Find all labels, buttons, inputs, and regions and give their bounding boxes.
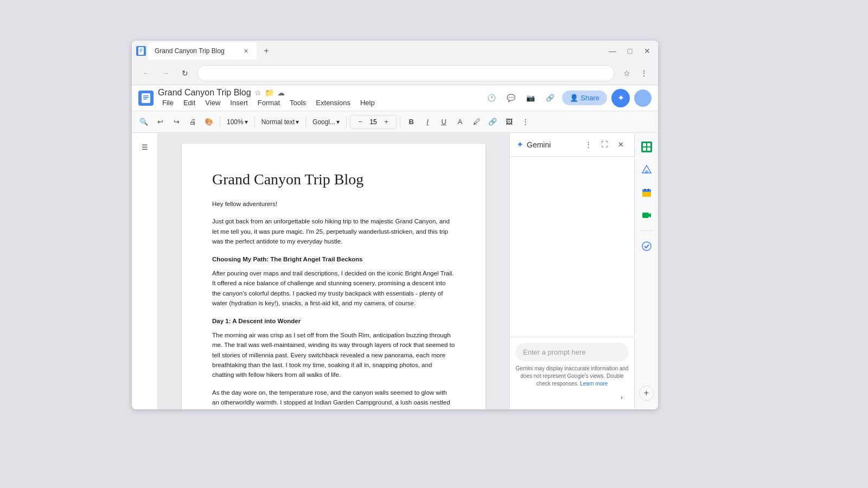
sheets-icon[interactable]: [637, 137, 656, 157]
font-dropdown[interactable]: Googl... ▾: [309, 114, 343, 130]
link-toolbar-button[interactable]: 🔗: [485, 114, 500, 130]
image-button[interactable]: 🖼: [501, 114, 516, 130]
undo-button[interactable]: ↩: [152, 114, 168, 130]
doc-body[interactable]: Hey fellow adventurers! Just got back fr…: [212, 199, 455, 409]
tasks-icon[interactable]: [637, 236, 656, 256]
history-icon[interactable]: 🕐: [484, 91, 499, 106]
list-view-button[interactable]: ☰: [137, 139, 152, 155]
menu-insert[interactable]: Insert: [226, 98, 252, 108]
meet-icon[interactable]: [637, 206, 656, 225]
star-icon[interactable]: ☆: [254, 88, 261, 97]
browser-nav: ← → ↻ ☆ ⋮: [132, 61, 658, 85]
search-toolbar-btn[interactable]: 🔍: [136, 114, 151, 130]
drive-icon[interactable]: [637, 160, 656, 179]
menu-edit[interactable]: Edit: [179, 98, 200, 108]
document-title[interactable]: Grand Canyon Trip Blog: [158, 88, 251, 98]
svg-rect-9: [643, 143, 646, 146]
close-button[interactable]: ✕: [641, 44, 654, 57]
font-size-value[interactable]: 15: [369, 118, 378, 126]
menu-view[interactable]: View: [201, 98, 225, 108]
style-dropdown[interactable]: Normal text ▾: [258, 114, 302, 130]
menu-file[interactable]: File: [158, 98, 178, 108]
link-icon[interactable]: 🔗: [542, 91, 558, 106]
tab-close-button[interactable]: ✕: [241, 47, 250, 55]
gemini-more-button[interactable]: ⋮: [581, 138, 595, 152]
comment-icon[interactable]: 💬: [503, 91, 519, 106]
forward-button[interactable]: →: [158, 66, 173, 81]
window-controls: — □ ✕: [606, 44, 654, 57]
back-button[interactable]: ←: [138, 66, 154, 81]
svg-rect-4: [142, 93, 150, 103]
heading-trail: Choosing My Path: The Bright Angel Trail…: [212, 254, 455, 264]
font-chevron: ▾: [336, 118, 340, 126]
toolbar-divider-4: [346, 117, 347, 127]
redo-button[interactable]: ↪: [169, 114, 184, 130]
minimize-button[interactable]: —: [606, 44, 619, 57]
paint-format-button[interactable]: 🎨: [201, 114, 216, 130]
share-button[interactable]: 👤 Share: [562, 91, 607, 105]
svg-rect-8: [641, 142, 652, 152]
highlight-button[interactable]: 🖊: [469, 114, 484, 130]
video-icon[interactable]: 📷: [523, 91, 538, 106]
docs-content: ☰ Grand Canyon Trip Blog Hey fellow adve…: [132, 133, 658, 409]
svg-rect-12: [647, 147, 650, 151]
svg-rect-10: [647, 143, 650, 146]
more-button[interactable]: ⋮: [636, 66, 652, 81]
gemini-title: Gemini: [527, 140, 578, 149]
docs-logo: [138, 91, 154, 106]
browser-tab[interactable]: Grand Canyon Trip Blog ✕: [148, 42, 257, 60]
menu-tools[interactable]: Tools: [285, 98, 310, 108]
print-button[interactable]: 🖨: [185, 114, 200, 130]
doc-title-heading: Grand Canyon Trip Blog: [212, 171, 455, 188]
svg-rect-1: [139, 49, 143, 49]
menu-help[interactable]: Help: [356, 98, 379, 108]
user-avatar[interactable]: [634, 89, 652, 107]
svg-rect-11: [643, 147, 646, 151]
para-greeting: Hey fellow adventurers!: [212, 199, 455, 209]
svg-rect-7: [143, 99, 147, 100]
para-intro: Just got back from an unforgettable solo…: [212, 216, 455, 246]
nav-actions: ☆ ⋮: [619, 66, 652, 81]
gemini-panel: ✦ Gemini ⋮ ⛶ ✕ Enter a prompt here Gemin…: [509, 133, 634, 409]
docs-favicon: [136, 46, 146, 56]
docs-title-area: Grand Canyon Trip Blog ☆ 📁 ☁ File Edit V…: [158, 88, 379, 108]
svg-rect-19: [642, 213, 649, 218]
gemini-submit-button[interactable]: ›: [615, 390, 629, 404]
right-sidebar-divider: [640, 230, 653, 231]
bold-button[interactable]: B: [404, 114, 419, 130]
browser-titlebar: Grand Canyon Trip Blog ✕ + — □ ✕: [132, 41, 658, 61]
svg-rect-16: [642, 189, 651, 192]
add-sidebar-button[interactable]: +: [639, 386, 654, 401]
menu-extensions[interactable]: Extensions: [311, 98, 355, 108]
zoom-dropdown[interactable]: 100% ▾: [224, 114, 251, 130]
para-trail: After pouring over maps and trail descri…: [212, 268, 455, 309]
gemini-fab-button[interactable]: ✦: [611, 89, 630, 107]
share-icon: 👤: [570, 94, 578, 102]
gemini-expand-button[interactable]: ⛶: [597, 138, 611, 152]
maximize-button[interactable]: □: [623, 44, 636, 57]
gemini-input[interactable]: Enter a prompt here: [515, 343, 629, 362]
gemini-close-button[interactable]: ✕: [614, 138, 628, 152]
text-color-button[interactable]: A: [452, 114, 468, 130]
decrease-font-button[interactable]: −: [353, 114, 368, 130]
doc-page-area[interactable]: Grand Canyon Trip Blog Hey fellow advent…: [158, 133, 509, 409]
gemini-learn-more-link[interactable]: Learn more: [580, 381, 608, 387]
bookmark-button[interactable]: ☆: [619, 66, 634, 81]
svg-rect-2: [139, 50, 143, 51]
address-bar[interactable]: [197, 65, 615, 81]
menu-format[interactable]: Format: [253, 98, 284, 108]
para-day1-afternoon: As the day wore on, the temperature rose…: [212, 388, 455, 409]
font-size-controls: − 15 +: [350, 115, 397, 129]
cloud-icon[interactable]: ☁: [277, 88, 285, 97]
italic-button[interactable]: I: [420, 114, 435, 130]
more-toolbar-button[interactable]: ⋮: [518, 114, 533, 130]
folder-icon[interactable]: 📁: [265, 88, 274, 97]
refresh-button[interactable]: ↻: [177, 66, 193, 81]
new-tab-button[interactable]: +: [259, 43, 274, 59]
increase-font-button[interactable]: +: [379, 114, 394, 130]
underline-button[interactable]: U: [436, 114, 451, 130]
calendar-icon[interactable]: [637, 183, 656, 202]
gemini-footer: Enter a prompt here Gemini may display i…: [510, 337, 634, 409]
gemini-disclaimer-text: Gemini may display inaccurate informatio…: [516, 365, 629, 387]
zoom-value: 100%: [227, 118, 244, 126]
